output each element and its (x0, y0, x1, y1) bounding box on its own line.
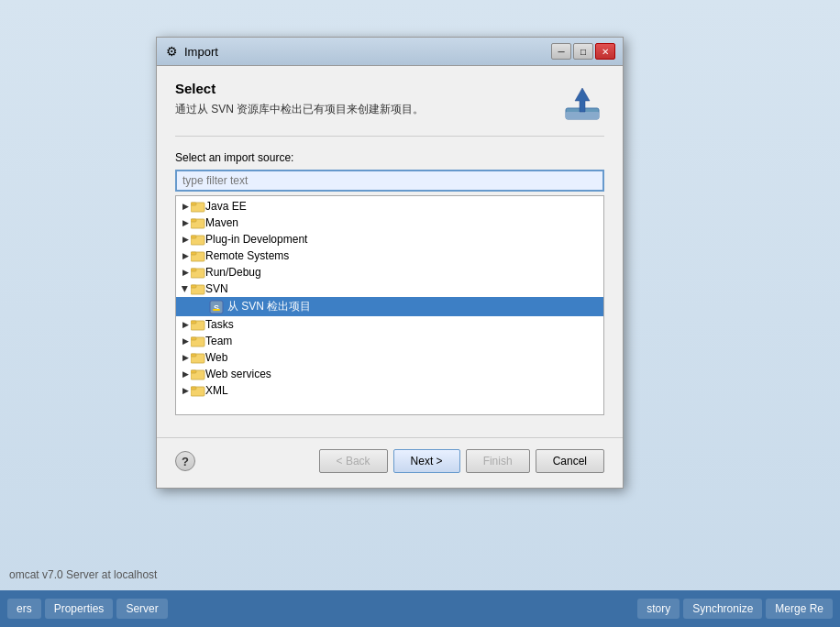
arrow-run-debug[interactable]: ▶ (180, 267, 191, 278)
dialog-title: Import (184, 45, 218, 59)
tree-item-maven[interactable]: ▶ Maven (176, 214, 603, 231)
svg-rect-21 (191, 337, 196, 340)
taskbar-tab-1[interactable]: ers (7, 599, 41, 619)
label-svn-checkout: 从 SVN 检出项目 (227, 299, 311, 314)
footer-right: < Back Next > Finish Cancel (319, 449, 604, 473)
cancel-button[interactable]: Cancel (536, 449, 604, 473)
label-team: Team (205, 335, 232, 347)
folder-icon-java-ee (191, 200, 205, 213)
svg-rect-4 (191, 203, 196, 205)
header-text: Select 通过从 SVN 资源库中检出已有项目来创建新项目。 (175, 81, 424, 117)
taskbar: ers Properties Server story Synchronize … (0, 590, 840, 627)
taskbar-tab-2[interactable]: Properties (45, 599, 114, 619)
label-xml: XML (205, 384, 228, 397)
taskbar-tab-5[interactable]: Synchronize (683, 599, 762, 619)
header-icon (560, 81, 604, 125)
tree-item-plugin-dev[interactable]: ▶ Plug-in Development (176, 231, 603, 248)
svg-rect-23 (191, 354, 196, 357)
tree-item-web-services[interactable]: ▶ Web services (176, 366, 603, 382)
tree-item-xml[interactable]: ▶ XML (176, 382, 603, 399)
arrow-team[interactable]: ▶ (180, 336, 191, 346)
import-dialog: ⚙ Import ─ □ ✕ Select 通过从 SVN 资源库中检出已有项目… (156, 37, 624, 489)
svg-rect-12 (191, 269, 196, 271)
svg-rect-19 (191, 321, 196, 324)
svg-rect-8 (191, 236, 196, 238)
arrow-maven[interactable]: ▶ (180, 217, 191, 228)
dialog-footer: ? < Back Next > Finish Cancel (157, 437, 623, 488)
taskbar-tab-3[interactable]: Server (116, 599, 167, 619)
arrow-plugin-dev[interactable]: ▶ (180, 234, 191, 245)
arrow-remote-systems[interactable]: ▶ (180, 250, 191, 261)
svg-rect-25 (191, 370, 196, 373)
svg-rect-27 (191, 387, 196, 390)
label-web-services: Web services (205, 368, 271, 380)
help-button[interactable]: ? (175, 451, 195, 471)
arrow-xml[interactable]: ▶ (180, 385, 191, 396)
label-remote-systems: Remote Systems (205, 249, 289, 262)
folder-icon-plugin-dev (191, 233, 205, 246)
tree-item-tasks[interactable]: ▶ Tasks (176, 316, 603, 333)
label-web: Web (205, 351, 227, 364)
dialog-icon: ⚙ (164, 44, 179, 59)
arrow-svn[interactable]: ▶ (180, 283, 191, 294)
svg-rect-17 (213, 309, 220, 311)
arrow-java-ee[interactable]: ▶ (180, 201, 191, 212)
tree-item-java-ee[interactable]: ▶ Java EE (176, 198, 603, 214)
folder-icon-tasks (191, 318, 205, 331)
header-title: Select (175, 81, 424, 96)
label-run-debug: Run/Debug (205, 266, 261, 279)
label-tasks: Tasks (205, 318, 234, 331)
folder-icon-remote-systems (191, 249, 205, 262)
source-label: Select an import source: (175, 151, 604, 164)
finish-button[interactable]: Finish (466, 449, 530, 473)
label-maven: Maven (205, 216, 238, 229)
arrow-web[interactable]: ▶ (180, 352, 191, 363)
label-plugin-dev: Plug-in Development (205, 233, 307, 246)
svn-checkout-icon: S (209, 300, 224, 314)
folder-icon-web-services (191, 368, 205, 380)
tree-list[interactable]: ▶ Java EE ▶ Maven (176, 196, 603, 414)
folder-icon-web (191, 351, 205, 364)
bg-server-text: omcat v7.0 Server at localhost (9, 568, 157, 581)
back-button[interactable]: < Back (319, 449, 388, 473)
arrow-web-services[interactable]: ▶ (180, 368, 191, 380)
tree-container: ▶ Java EE ▶ Maven (175, 195, 604, 415)
folder-icon-maven (191, 216, 205, 229)
tree-item-team[interactable]: ▶ Team (176, 333, 603, 349)
next-button[interactable]: Next > (393, 449, 460, 473)
footer-left: ? (175, 451, 195, 471)
svg-rect-10 (191, 252, 196, 255)
close-button[interactable]: ✕ (595, 43, 615, 60)
tree-item-svn-checkout[interactable]: S 从 SVN 检出项目 (176, 297, 603, 316)
arrow-tasks[interactable]: ▶ (180, 319, 191, 330)
dialog-header: Select 通过从 SVN 资源库中检出已有项目来创建新项目。 (175, 81, 604, 137)
tree-item-remote-systems[interactable]: ▶ Remote Systems (176, 248, 603, 264)
tree-item-svn[interactable]: ▶ SVN (176, 280, 603, 297)
minimize-button[interactable]: ─ (551, 43, 571, 60)
svg-text:S: S (214, 303, 219, 313)
maximize-button[interactable]: □ (573, 43, 593, 60)
folder-icon-run-debug (191, 266, 205, 279)
folder-icon-xml (191, 384, 205, 397)
taskbar-tab-6[interactable]: Merge Re (766, 599, 833, 619)
header-description: 通过从 SVN 资源库中检出已有项目来创建新项目。 (175, 102, 424, 117)
folder-icon-svn (191, 282, 205, 295)
folder-icon-team (191, 335, 205, 347)
title-bar: ⚙ Import ─ □ ✕ (157, 38, 623, 66)
taskbar-tab-4[interactable]: story (637, 599, 680, 619)
tree-item-web[interactable]: ▶ Web (176, 349, 603, 366)
svg-rect-14 (191, 285, 196, 288)
title-bar-buttons: ─ □ ✕ (551, 43, 615, 60)
label-java-ee: Java EE (205, 200, 247, 213)
dialog-body: Select 通过从 SVN 资源库中检出已有项目来创建新项目。 Select … (157, 66, 623, 430)
tree-item-run-debug[interactable]: ▶ Run/Debug (176, 264, 603, 280)
svg-rect-1 (566, 112, 599, 119)
svg-rect-6 (191, 219, 196, 222)
label-svn: SVN (205, 282, 228, 295)
filter-input[interactable] (175, 170, 604, 192)
